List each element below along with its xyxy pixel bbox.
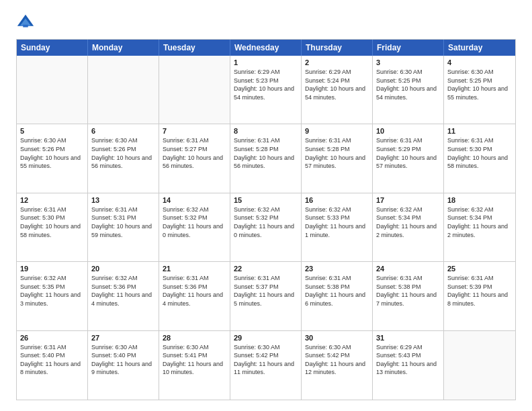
calendar-cell: 25Sunrise: 6:31 AMSunset: 5:39 PMDayligh… <box>444 262 515 330</box>
day-number: 1 <box>234 58 298 66</box>
calendar-row: 5Sunrise: 6:30 AMSunset: 5:26 PMDaylight… <box>17 124 515 193</box>
day-info: Sunrise: 6:32 AMSunset: 5:33 PMDaylight:… <box>305 205 369 239</box>
day-info: Sunrise: 6:31 AMSunset: 5:28 PMDaylight:… <box>234 136 298 170</box>
calendar-cell: 1Sunrise: 6:29 AMSunset: 5:23 PMDaylight… <box>230 56 302 124</box>
weekday-header: Wednesday <box>230 40 302 56</box>
day-info: Sunrise: 6:30 AMSunset: 5:25 PMDaylight:… <box>447 68 512 101</box>
day-info: Sunrise: 6:31 AMSunset: 5:37 PMDaylight:… <box>234 274 298 308</box>
day-number: 25 <box>447 265 512 273</box>
day-number: 31 <box>376 334 440 342</box>
day-info: Sunrise: 6:30 AMSunset: 5:25 PMDaylight:… <box>376 68 440 101</box>
day-info: Sunrise: 6:32 AMSunset: 5:34 PMDaylight:… <box>376 205 440 239</box>
weekday-header: Friday <box>373 40 444 56</box>
calendar-cell: 15Sunrise: 6:32 AMSunset: 5:32 PMDayligh… <box>230 193 302 261</box>
calendar-cell: 28Sunrise: 6:30 AMSunset: 5:41 PMDayligh… <box>159 331 230 400</box>
calendar-cell: 8Sunrise: 6:31 AMSunset: 5:28 PMDaylight… <box>230 124 302 192</box>
calendar-cell: 21Sunrise: 6:31 AMSunset: 5:36 PMDayligh… <box>159 262 230 330</box>
day-info: Sunrise: 6:30 AMSunset: 5:26 PMDaylight:… <box>91 136 155 170</box>
day-number: 4 <box>447 58 512 66</box>
day-number: 5 <box>20 127 84 135</box>
day-number: 7 <box>163 127 226 135</box>
day-info: Sunrise: 6:29 AMSunset: 5:43 PMDaylight:… <box>376 343 440 377</box>
header <box>16 13 516 32</box>
day-number: 28 <box>163 334 226 342</box>
day-info: Sunrise: 6:31 AMSunset: 5:38 PMDaylight:… <box>305 274 369 308</box>
calendar-row: 1Sunrise: 6:29 AMSunset: 5:23 PMDaylight… <box>17 56 515 124</box>
calendar-cell: 20Sunrise: 6:32 AMSunset: 5:36 PMDayligh… <box>88 262 159 330</box>
calendar-cell: 4Sunrise: 6:30 AMSunset: 5:25 PMDaylight… <box>444 56 515 124</box>
calendar-cell <box>17 56 88 124</box>
day-info: Sunrise: 6:31 AMSunset: 5:39 PMDaylight:… <box>447 274 512 308</box>
logo-icon <box>16 13 35 32</box>
day-info: Sunrise: 6:32 AMSunset: 5:36 PMDaylight:… <box>91 274 155 308</box>
day-info: Sunrise: 6:31 AMSunset: 5:31 PMDaylight:… <box>91 205 155 239</box>
day-number: 27 <box>91 334 155 342</box>
day-number: 12 <box>20 196 84 204</box>
day-number: 8 <box>234 127 298 135</box>
day-info: Sunrise: 6:31 AMSunset: 5:38 PMDaylight:… <box>376 274 440 308</box>
calendar-row: 26Sunrise: 6:31 AMSunset: 5:40 PMDayligh… <box>17 331 515 400</box>
calendar-cell: 27Sunrise: 6:30 AMSunset: 5:40 PMDayligh… <box>88 331 159 400</box>
day-info: Sunrise: 6:31 AMSunset: 5:28 PMDaylight:… <box>305 136 369 170</box>
day-info: Sunrise: 6:31 AMSunset: 5:36 PMDaylight:… <box>163 274 226 308</box>
weekday-header: Tuesday <box>159 40 230 56</box>
day-info: Sunrise: 6:31 AMSunset: 5:30 PMDaylight:… <box>20 205 84 239</box>
day-number: 11 <box>447 127 512 135</box>
calendar-cell: 10Sunrise: 6:31 AMSunset: 5:29 PMDayligh… <box>373 124 444 192</box>
day-number: 14 <box>163 196 226 204</box>
calendar-cell: 31Sunrise: 6:29 AMSunset: 5:43 PMDayligh… <box>373 331 444 400</box>
calendar-cell: 9Sunrise: 6:31 AMSunset: 5:28 PMDaylight… <box>302 124 373 192</box>
weekday-header: Thursday <box>302 40 373 56</box>
calendar-cell: 22Sunrise: 6:31 AMSunset: 5:37 PMDayligh… <box>230 262 302 330</box>
calendar-cell: 24Sunrise: 6:31 AMSunset: 5:38 PMDayligh… <box>373 262 444 330</box>
day-number: 23 <box>305 265 369 273</box>
day-info: Sunrise: 6:30 AMSunset: 5:41 PMDaylight:… <box>163 343 226 377</box>
weekday-header: Monday <box>88 40 159 56</box>
day-info: Sunrise: 6:31 AMSunset: 5:40 PMDaylight:… <box>20 343 84 377</box>
day-info: Sunrise: 6:32 AMSunset: 5:32 PMDaylight:… <box>163 205 226 239</box>
calendar-cell: 2Sunrise: 6:29 AMSunset: 5:24 PMDaylight… <box>302 56 373 124</box>
day-number: 9 <box>305 127 369 135</box>
calendar-cell: 26Sunrise: 6:31 AMSunset: 5:40 PMDayligh… <box>17 331 88 400</box>
calendar-cell <box>444 331 515 400</box>
calendar-header: SundayMondayTuesdayWednesdayThursdayFrid… <box>17 40 515 56</box>
calendar-cell: 6Sunrise: 6:30 AMSunset: 5:26 PMDaylight… <box>88 124 159 192</box>
svg-rect-2 <box>23 25 28 28</box>
day-info: Sunrise: 6:30 AMSunset: 5:42 PMDaylight:… <box>234 343 298 377</box>
day-info: Sunrise: 6:29 AMSunset: 5:23 PMDaylight:… <box>234 68 298 101</box>
calendar-cell: 19Sunrise: 6:32 AMSunset: 5:35 PMDayligh… <box>17 262 88 330</box>
calendar-cell: 13Sunrise: 6:31 AMSunset: 5:31 PMDayligh… <box>88 193 159 261</box>
calendar-cell: 3Sunrise: 6:30 AMSunset: 5:25 PMDaylight… <box>373 56 444 124</box>
day-info: Sunrise: 6:32 AMSunset: 5:35 PMDaylight:… <box>20 274 84 308</box>
calendar-cell: 14Sunrise: 6:32 AMSunset: 5:32 PMDayligh… <box>159 193 230 261</box>
day-number: 10 <box>376 127 440 135</box>
day-number: 22 <box>234 265 298 273</box>
calendar-cell: 5Sunrise: 6:30 AMSunset: 5:26 PMDaylight… <box>17 124 88 192</box>
calendar-cell: 11Sunrise: 6:31 AMSunset: 5:30 PMDayligh… <box>444 124 515 192</box>
calendar-cell: 12Sunrise: 6:31 AMSunset: 5:30 PMDayligh… <box>17 193 88 261</box>
calendar-cell: 29Sunrise: 6:30 AMSunset: 5:42 PMDayligh… <box>230 331 302 400</box>
calendar-cell: 16Sunrise: 6:32 AMSunset: 5:33 PMDayligh… <box>302 193 373 261</box>
day-info: Sunrise: 6:31 AMSunset: 5:27 PMDaylight:… <box>163 136 226 170</box>
day-number: 20 <box>91 265 155 273</box>
day-info: Sunrise: 6:30 AMSunset: 5:42 PMDaylight:… <box>305 343 369 377</box>
calendar-cell: 18Sunrise: 6:32 AMSunset: 5:34 PMDayligh… <box>444 193 515 261</box>
day-info: Sunrise: 6:31 AMSunset: 5:30 PMDaylight:… <box>447 136 512 170</box>
calendar-body: 1Sunrise: 6:29 AMSunset: 5:23 PMDaylight… <box>17 56 515 400</box>
calendar-cell: 30Sunrise: 6:30 AMSunset: 5:42 PMDayligh… <box>302 331 373 400</box>
calendar-cell: 17Sunrise: 6:32 AMSunset: 5:34 PMDayligh… <box>373 193 444 261</box>
day-number: 2 <box>305 58 369 66</box>
calendar-cell: 7Sunrise: 6:31 AMSunset: 5:27 PMDaylight… <box>159 124 230 192</box>
day-number: 24 <box>376 265 440 273</box>
calendar-row: 19Sunrise: 6:32 AMSunset: 5:35 PMDayligh… <box>17 262 515 330</box>
day-number: 13 <box>91 196 155 204</box>
calendar: SundayMondayTuesdayWednesdayThursdayFrid… <box>16 39 516 400</box>
logo <box>16 13 39 32</box>
day-info: Sunrise: 6:32 AMSunset: 5:32 PMDaylight:… <box>234 205 298 239</box>
weekday-header: Saturday <box>444 40 515 56</box>
calendar-cell: 23Sunrise: 6:31 AMSunset: 5:38 PMDayligh… <box>302 262 373 330</box>
day-number: 29 <box>234 334 298 342</box>
calendar-cell <box>159 56 230 124</box>
day-number: 18 <box>447 196 512 204</box>
day-info: Sunrise: 6:32 AMSunset: 5:34 PMDaylight:… <box>447 205 512 239</box>
